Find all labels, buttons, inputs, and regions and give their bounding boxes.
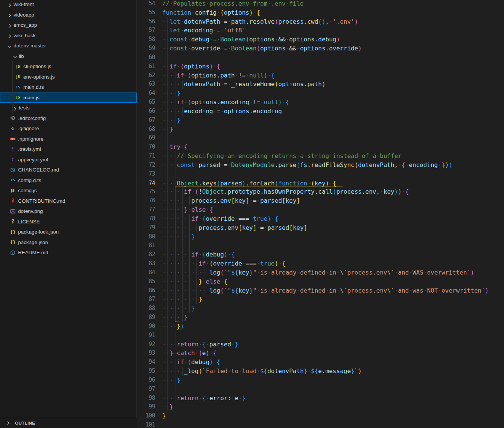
- code-line-92[interactable]: 92····return·{·parsed·}: [137, 340, 504, 349]
- code-line-63[interactable]: 63······dotenvPath·=·_resolveHome(option…: [137, 80, 504, 89]
- code-line-82[interactable]: 82········if·(debug)·{: [137, 250, 504, 259]
- chevron-down-icon[interactable]: [7, 43, 13, 49]
- code-line-59[interactable]: 59··const·override·=·Boolean(options·&&·…: [137, 44, 504, 53]
- code-line-76[interactable]: 76········process.env[key]·=·parsed[key]: [137, 196, 504, 205]
- line-number[interactable]: 79: [137, 223, 155, 232]
- code-line-81[interactable]: 81: [137, 241, 504, 250]
- code-line-84[interactable]: 84············_log(`"${key}"·is·already·…: [137, 268, 504, 277]
- tree-item-dotenv-master[interactable]: dotenv-master: [0, 41, 137, 51]
- line-number[interactable]: 97: [137, 385, 155, 394]
- code-line-54[interactable]: 54//·Populates·process.env·from·.env·fil…: [137, 0, 504, 8]
- code-line-71[interactable]: 71····//·Specifying·an·encoding·returns·…: [137, 152, 504, 161]
- code-line-74[interactable]: 74····Object.keys(parsed).forEach(functi…: [137, 179, 504, 188]
- line-number[interactable]: 82: [137, 250, 155, 259]
- line-number[interactable]: 73: [137, 170, 155, 179]
- tree-item-main.js[interactable]: JSmain.js: [0, 93, 137, 103]
- line-number[interactable]: 101: [137, 420, 155, 428]
- code-line-100[interactable]: 100}: [137, 411, 504, 420]
- line-number[interactable]: 90: [137, 322, 155, 331]
- tree-item-.travis.yml[interactable]: !.travis.yml: [0, 144, 137, 155]
- code-line-97[interactable]: 97: [137, 385, 504, 394]
- line-number[interactable]: 83: [137, 259, 155, 268]
- chevron-right-icon[interactable]: [7, 2, 13, 8]
- tree-item-config.js[interactable]: JSconfig.js: [0, 185, 137, 196]
- tree-item-videoapp[interactable]: videoapp: [0, 10, 137, 20]
- code-line-85[interactable]: 85··········}·else·{: [137, 277, 504, 286]
- line-number[interactable]: 99: [137, 402, 155, 411]
- tree-item-CONTRIBUTING.md[interactable]: CONTRIBUTING.md: [0, 196, 137, 206]
- line-number[interactable]: 58: [137, 35, 155, 44]
- code-line-58[interactable]: 58··const·debug·=·Boolean(options·&&·opt…: [137, 35, 504, 44]
- line-number[interactable]: 74: [137, 179, 155, 188]
- code-line-70[interactable]: 70··try·{: [137, 143, 504, 152]
- code-line-79[interactable]: 79··········process.env[key]·=·parsed[ke…: [137, 223, 504, 232]
- tree-item-package-lock.json[interactable]: {}package-lock.json: [0, 227, 137, 237]
- line-number[interactable]: 66: [137, 107, 155, 116]
- line-number[interactable]: 93: [137, 349, 155, 358]
- code-line-80[interactable]: 80········}: [137, 232, 504, 241]
- line-number[interactable]: 81: [137, 241, 155, 250]
- code-editor[interactable]: 54//·Populates·process.env·from·.env·fil…: [137, 0, 504, 428]
- line-number[interactable]: 68: [137, 125, 155, 134]
- line-number[interactable]: 60: [137, 53, 155, 62]
- code-line-73[interactable]: 73: [137, 170, 504, 179]
- code-line-101[interactable]: 101: [137, 420, 504, 428]
- tree-item-CHANGELOG.md[interactable]: CHANGELOG.md: [0, 165, 137, 175]
- line-number[interactable]: 67: [137, 116, 155, 125]
- tree-item-.gitignore[interactable]: .gitignore: [0, 123, 137, 134]
- chevron-right-icon[interactable]: [7, 12, 13, 18]
- code-line-99[interactable]: 99··}: [137, 402, 504, 411]
- tree-item-package.json[interactable]: {}package.json: [0, 237, 137, 248]
- line-number[interactable]: 85: [137, 277, 155, 286]
- line-number[interactable]: 71: [137, 152, 155, 161]
- code-line-96[interactable]: 96····}: [137, 376, 504, 385]
- line-number[interactable]: 98: [137, 394, 155, 403]
- tree-item-config.d.ts[interactable]: TSconfig.d.ts: [0, 175, 137, 186]
- tree-item-cli-options.js[interactable]: JScli-options.js: [0, 61, 137, 72]
- tree-item-dotenv.png[interactable]: dotenv.png: [0, 206, 137, 217]
- line-number[interactable]: 57: [137, 26, 155, 35]
- code-line-57[interactable]: 57··let·encoding·=·'utf8': [137, 26, 504, 35]
- line-number[interactable]: 64: [137, 89, 155, 98]
- line-number[interactable]: 91: [137, 331, 155, 340]
- line-number[interactable]: 54: [137, 0, 155, 8]
- code-line-65[interactable]: 65····if·(options.encoding·!=·null)·{: [137, 98, 504, 107]
- tree-item-.editorconfig[interactable]: .editorconfig: [0, 113, 137, 124]
- code-line-68[interactable]: 68··}: [137, 125, 504, 134]
- chevron-right-icon[interactable]: [7, 32, 13, 38]
- code-line-88[interactable]: 88········}: [137, 304, 504, 313]
- outline-section-header[interactable]: OUTLINE: [0, 418, 137, 428]
- code-line-66[interactable]: 66······encoding·=·options.encoding: [137, 107, 504, 116]
- code-line-75[interactable]: 75······if·(!Object.prototype.hasOwnProp…: [137, 187, 504, 196]
- line-number[interactable]: 100: [137, 411, 155, 420]
- code-line-87[interactable]: 87··········}: [137, 295, 504, 304]
- code-line-61[interactable]: 61··if·(options)·{: [137, 62, 504, 71]
- line-number[interactable]: 92: [137, 340, 155, 349]
- tree-item-lib[interactable]: lib: [0, 51, 137, 62]
- code-line-56[interactable]: 56··let·dotenvPath·=·path.resolve(proces…: [137, 17, 504, 26]
- tree-item-wiki-back[interactable]: wiki_back: [0, 30, 137, 41]
- line-number[interactable]: 78: [137, 214, 155, 223]
- line-number[interactable]: 70: [137, 143, 155, 152]
- tree-item-main.d.ts[interactable]: TSmain.d.ts: [0, 82, 137, 93]
- code-line-95[interactable]: 95······_log(`Failed·to·load·${dotenvPat…: [137, 367, 504, 376]
- tree-item-.npmignore[interactable]: npm.npmignore: [0, 134, 137, 144]
- chevron-right-icon[interactable]: [7, 22, 13, 28]
- chevron-right-icon[interactable]: [12, 105, 18, 111]
- code-line-55[interactable]: 55function·config·(options)·{: [137, 8, 504, 17]
- code-line-86[interactable]: 86············_log(`"${key}"·is·already·…: [137, 286, 504, 295]
- tree-item-README.md[interactable]: README.md: [0, 247, 137, 258]
- line-number[interactable]: 56: [137, 17, 155, 26]
- code-line-69[interactable]: 69: [137, 134, 504, 143]
- code-line-90[interactable]: 90····}): [137, 322, 504, 331]
- code-line-93[interactable]: 93··}·catch·(e)·{: [137, 349, 504, 358]
- line-number[interactable]: 77: [137, 205, 155, 214]
- tree-item-LICENSE[interactable]: LICENSE: [0, 217, 137, 227]
- line-number[interactable]: 75: [137, 187, 155, 196]
- code-line-94[interactable]: 94····if·(debug)·{: [137, 358, 504, 367]
- line-number[interactable]: 59: [137, 44, 155, 53]
- line-number[interactable]: 69: [137, 134, 155, 143]
- line-number[interactable]: 80: [137, 232, 155, 241]
- line-number[interactable]: 84: [137, 268, 155, 277]
- code-line-77[interactable]: 77······}·else·{: [137, 205, 504, 214]
